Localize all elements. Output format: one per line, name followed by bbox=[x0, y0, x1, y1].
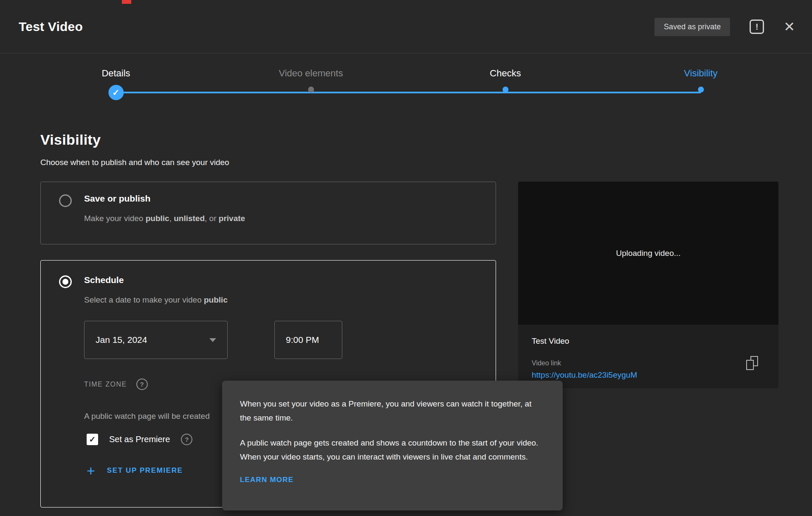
save-or-publish-desc: Make your video public, unlisted, or pri… bbox=[84, 214, 245, 223]
header-actions: Saved as private ! ✕ bbox=[654, 0, 795, 53]
step-video-elements-label: Video elements bbox=[279, 68, 343, 79]
desc-bold-private: private bbox=[219, 214, 245, 223]
save-or-publish-title[interactable]: Save or publish bbox=[84, 194, 150, 204]
desc-text: , or bbox=[205, 214, 219, 223]
desc-bold-public: public bbox=[204, 295, 228, 304]
video-link-url[interactable]: https://youtu.be/ac23i5eyguM bbox=[532, 370, 637, 380]
set-as-premiere-checkbox[interactable]: ✓ bbox=[87, 434, 98, 445]
premiere-help-icon[interactable]: ? bbox=[181, 434, 192, 445]
copy-icon[interactable] bbox=[746, 356, 760, 371]
save-or-publish-radio[interactable] bbox=[59, 194, 72, 207]
chevron-down-icon bbox=[209, 338, 216, 342]
tooltip-paragraph-2: A public watch page gets created and sho… bbox=[240, 436, 545, 464]
set-as-premiere-label: Set as Premiere bbox=[109, 435, 170, 444]
schedule-desc: Select a date to make your video public bbox=[84, 295, 228, 305]
step-checks[interactable]: Checks bbox=[490, 68, 521, 93]
question-glyph: ? bbox=[140, 381, 144, 388]
desc-bold-unlisted: unlisted bbox=[174, 214, 205, 223]
step-visibility-dot bbox=[698, 87, 704, 93]
page-title: Visibility bbox=[40, 132, 101, 148]
upload-status-text: Uploading video... bbox=[616, 249, 680, 258]
video-link-label: Video link bbox=[532, 359, 561, 367]
setup-premiere-button[interactable]: + SET UP PREMIERE bbox=[87, 463, 183, 478]
exclamation-glyph: ! bbox=[756, 22, 758, 32]
timezone-help-icon[interactable]: ? bbox=[136, 379, 148, 390]
step-checks-label: Checks bbox=[490, 68, 521, 79]
feedback-icon[interactable]: ! bbox=[750, 20, 764, 34]
watch-page-note: A public watch page will be created bbox=[84, 412, 210, 421]
step-visibility-label: Visibility bbox=[684, 68, 717, 79]
step-visibility[interactable]: Visibility bbox=[684, 68, 717, 93]
time-value: 9:00 PM bbox=[286, 335, 319, 345]
copy-icon-front bbox=[746, 360, 754, 370]
step-video-elements[interactable]: Video elements bbox=[279, 68, 343, 93]
time-select[interactable]: 9:00 PM bbox=[274, 321, 342, 359]
save-status-badge: Saved as private bbox=[654, 18, 730, 36]
timezone-label: TIME ZONE bbox=[84, 381, 127, 388]
tooltip-paragraph-1: When you set your video as a Premiere, y… bbox=[240, 397, 545, 425]
video-info-panel: Test Video Video link https://youtu.be/a… bbox=[518, 325, 778, 388]
timezone-row: TIME ZONE ? bbox=[84, 379, 148, 390]
learn-more-link[interactable]: LEARN MORE bbox=[240, 476, 293, 484]
date-value: Jan 15, 2024 bbox=[96, 335, 147, 345]
premiere-tooltip: When you set your video as a Premiere, y… bbox=[222, 381, 563, 510]
video-title: Test Video bbox=[19, 0, 83, 53]
date-select[interactable]: Jan 15, 2024 bbox=[84, 321, 228, 359]
premiere-row: ✓ Set as Premiere ? bbox=[87, 434, 192, 445]
page-subtitle: Choose when to publish and who can see y… bbox=[40, 158, 229, 167]
check-glyph: ✓ bbox=[89, 435, 96, 444]
save-or-publish-card[interactable]: Save or publish Make your video public, … bbox=[40, 182, 496, 244]
schedule-radio[interactable] bbox=[59, 275, 72, 288]
desc-text: Make your video bbox=[84, 214, 146, 223]
question-glyph: ? bbox=[185, 436, 189, 443]
desc-text: Select a date to make your video bbox=[84, 295, 204, 304]
check-glyph: ✓ bbox=[113, 87, 120, 98]
desc-text: , bbox=[169, 214, 174, 223]
plus-icon: + bbox=[87, 463, 95, 478]
setup-premiere-label: SET UP PREMIERE bbox=[107, 466, 183, 475]
video-preview-card: Uploading video... Test Video Video link… bbox=[518, 182, 778, 388]
red-artifact bbox=[122, 0, 131, 4]
dialog-header: Test Video Saved as private ! ✕ bbox=[0, 0, 812, 53]
step-checks-dot bbox=[502, 87, 508, 93]
step-details-check-icon: ✓ bbox=[108, 85, 124, 100]
step-details-label: Details bbox=[102, 68, 130, 79]
step-video-elements-dot bbox=[308, 87, 314, 93]
video-preview-area: Uploading video... bbox=[518, 182, 778, 325]
step-details[interactable]: Details ✓ bbox=[102, 68, 130, 100]
schedule-title[interactable]: Schedule bbox=[84, 275, 124, 285]
preview-video-title: Test Video bbox=[532, 337, 569, 346]
close-icon[interactable]: ✕ bbox=[784, 20, 795, 34]
stepper-progress-line bbox=[116, 92, 701, 93]
desc-bold-public: public bbox=[146, 214, 169, 223]
